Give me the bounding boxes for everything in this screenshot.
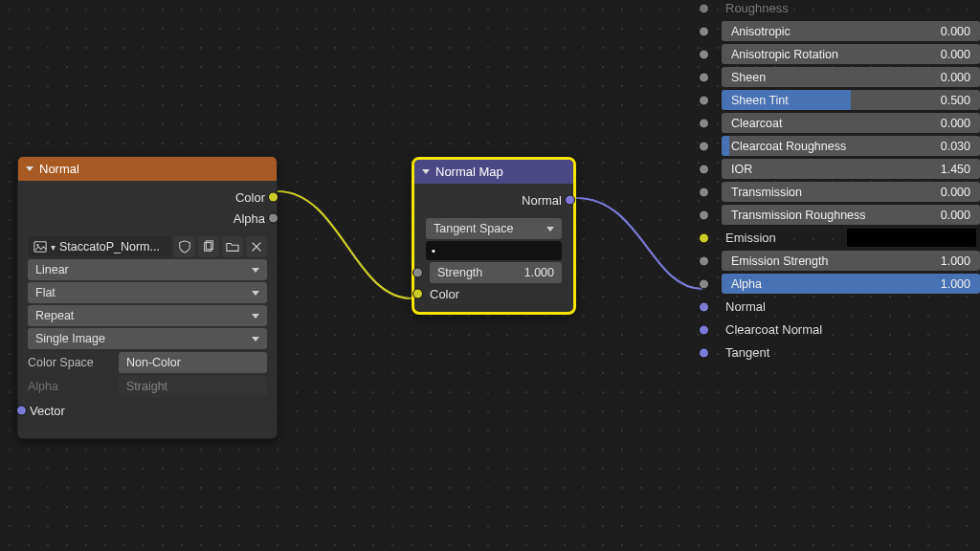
image-texture-node[interactable]: Normal Color Alpha ▾ StaccatoP_Norm... — [17, 156, 278, 439]
socket-alpha-out[interactable] — [268, 213, 278, 224]
chevron-down-icon — [422, 169, 430, 174]
socket-normal-in[interactable] — [699, 301, 709, 312]
anisotropic-field[interactable]: Anisotropic 0.000 — [722, 21, 980, 41]
image-datablock-field[interactable]: ▾ StaccatoP_Norm... — [28, 236, 171, 257]
socket-vector-in[interactable] — [16, 406, 27, 416]
projection-dropdown[interactable]: Flat — [28, 282, 267, 303]
svg-rect-0 — [34, 242, 46, 253]
fake-user-button[interactable] — [174, 236, 195, 257]
transrough-value: 0.000 — [941, 209, 970, 222]
alphamode-value: Straight — [126, 380, 167, 393]
socket-strength-in[interactable] — [412, 268, 423, 278]
svg-point-1 — [36, 244, 38, 246]
output-alpha-label: Alpha — [234, 211, 265, 226]
socket-emission-in[interactable] — [699, 232, 709, 243]
output-color-row: Color — [22, 187, 273, 208]
socket-emstr-in[interactable] — [699, 255, 709, 266]
anisorot-label: Anisotropic Rotation — [731, 48, 838, 61]
sheen-tint-field[interactable]: Sheen Tint 0.500 — [722, 90, 980, 110]
space-dropdown[interactable]: Tangent Space — [426, 218, 562, 239]
colorspace-dropdown[interactable]: Non-Color — [119, 352, 267, 373]
socket-ccnormal-in[interactable] — [699, 324, 709, 335]
emission-strength-field[interactable]: Emission Strength 1.000 — [722, 251, 980, 271]
chevron-down-icon — [26, 166, 33, 171]
normal-label: Normal — [725, 299, 766, 314]
ior-field[interactable]: IOR 1.450 — [722, 159, 980, 179]
projection-value: Flat — [35, 286, 56, 299]
alpha-field[interactable]: Alpha 1.000 — [722, 274, 980, 294]
sheen-value: 0.000 — [941, 71, 970, 84]
tangent-label: Tangent — [725, 345, 769, 360]
socket-transrough-in[interactable] — [699, 209, 709, 220]
transmission-roughness-field[interactable]: Transmission Roughness 0.000 — [722, 205, 980, 225]
sheentint-value: 0.500 — [941, 94, 970, 107]
emission-color-swatch[interactable] — [847, 229, 976, 247]
chevron-down-icon — [546, 227, 554, 231]
source-dropdown[interactable]: Single Image — [28, 328, 267, 349]
extension-value: Repeat — [35, 309, 74, 322]
emission-label: Emission — [725, 231, 776, 245]
input-color-row: Color — [418, 283, 569, 304]
node-header[interactable]: Normal — [18, 157, 277, 181]
anisorot-value: 0.000 — [941, 48, 970, 61]
alphamode-dropdown: Straight — [119, 376, 267, 397]
duplicate-icon — [202, 240, 215, 253]
roughness-label: Roughness — [722, 1, 980, 15]
chevron-down-icon — [252, 268, 259, 273]
output-normal-label: Normal — [522, 193, 562, 208]
output-alpha-row: Alpha — [22, 208, 273, 229]
socket-ccrough-in[interactable] — [699, 141, 709, 151]
socket-color-in[interactable] — [412, 289, 423, 299]
shield-icon — [178, 240, 191, 253]
colorspace-label: Color Space — [28, 356, 119, 369]
transmission-label: Transmission — [731, 186, 802, 199]
normal-map-node[interactable]: Normal Map Normal Tangent Space • Streng… — [412, 157, 576, 315]
socket-transmission-in[interactable] — [699, 187, 709, 197]
node-title: Normal Map — [435, 165, 503, 179]
strength-field[interactable]: Strength 1.000 — [430, 262, 562, 283]
unlink-image-button[interactable] — [246, 236, 267, 257]
interpolation-value: Linear — [35, 263, 69, 276]
socket-normal-out[interactable] — [565, 195, 575, 206]
ior-value: 1.450 — [941, 163, 970, 176]
output-normal-row: Normal — [418, 189, 569, 210]
transmission-field[interactable]: Transmission 0.000 — [722, 182, 980, 202]
clearcoat-label: Clearcoat — [731, 117, 783, 130]
space-value: Tangent Space — [434, 222, 513, 235]
socket-alpha-in[interactable] — [699, 278, 709, 289]
clearcoat-value: 0.000 — [941, 117, 970, 130]
input-vector-label: Vector — [30, 404, 65, 418]
alpha-value: 1.000 — [941, 277, 970, 291]
ccrough-value: 0.030 — [941, 140, 970, 153]
socket-sheentint-in[interactable] — [699, 95, 709, 105]
node-title: Normal — [39, 162, 79, 176]
input-color-label: Color — [430, 287, 459, 301]
socket-roughness-in[interactable] — [699, 3, 709, 13]
ccrough-label: Clearcoat Roughness — [731, 140, 846, 153]
interpolation-dropdown[interactable]: Linear — [28, 259, 267, 280]
socket-tangent-in[interactable] — [699, 347, 709, 358]
strength-value: 1.000 — [524, 266, 554, 279]
clearcoat-roughness-field[interactable]: Clearcoat Roughness 0.030 — [722, 136, 980, 156]
anisotropic-value: 0.000 — [941, 25, 970, 38]
socket-sheen-in[interactable] — [699, 72, 709, 82]
anisotropic-label: Anisotropic — [731, 25, 791, 38]
new-image-button[interactable] — [198, 236, 219, 257]
open-image-button[interactable] — [222, 236, 243, 257]
extension-dropdown[interactable]: Repeat — [28, 305, 267, 326]
socket-anisorot-in[interactable] — [699, 49, 709, 59]
chevron-down-icon — [252, 337, 259, 342]
socket-clearcoat-in[interactable] — [699, 118, 709, 128]
node-header[interactable]: Normal Map — [414, 160, 573, 184]
folder-icon — [226, 240, 239, 253]
socket-ior-in[interactable] — [699, 164, 709, 174]
strength-label: Strength — [437, 266, 482, 279]
principled-bsdf-node-partial[interactable]: Roughness Anisotropic 0.000 Anisotropic … — [704, 0, 980, 364]
sheen-field[interactable]: Sheen 0.000 — [722, 67, 980, 87]
alphamode-label: Alpha — [28, 380, 119, 393]
uvmap-field[interactable]: • — [426, 241, 562, 260]
clearcoat-field[interactable]: Clearcoat 0.000 — [722, 113, 980, 133]
anisotropic-rotation-field[interactable]: Anisotropic Rotation 0.000 — [722, 44, 980, 64]
socket-anisotropic-in[interactable] — [699, 26, 709, 36]
socket-color-out[interactable] — [268, 192, 278, 203]
